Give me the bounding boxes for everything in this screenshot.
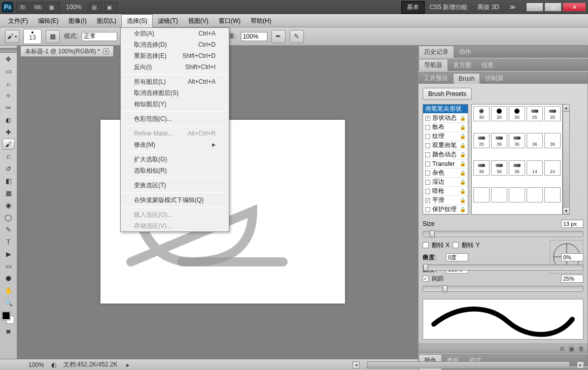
brush-thumbnail[interactable] xyxy=(509,187,525,203)
spacing-slider[interactable] xyxy=(423,286,583,292)
brush-option-item[interactable]: 湿边🔒 xyxy=(423,178,468,187)
spacing-checkbox[interactable]: ✓ xyxy=(423,276,429,282)
brush-option-item[interactable]: 杂色🔒 xyxy=(423,169,468,178)
lasso-tool-icon[interactable]: ⌕ xyxy=(3,78,15,89)
scroll-right-icon[interactable]: ▸ xyxy=(577,361,584,368)
option-checkbox[interactable] xyxy=(425,125,430,130)
spacing-input[interactable] xyxy=(561,275,583,283)
brush-thumbnail[interactable]: 36 xyxy=(473,160,490,176)
close-button[interactable]: ✕ xyxy=(563,3,586,12)
brush-thumbnail[interactable] xyxy=(527,187,543,203)
tab-actions[interactable]: 动作 xyxy=(454,46,476,58)
brush-thumbnail[interactable]: 36 xyxy=(509,133,525,148)
menu-item[interactable]: 扩大选取(G) xyxy=(121,154,229,165)
3d-tool-icon[interactable]: ⬢ xyxy=(3,273,15,284)
brush-option-item[interactable]: 颜色动态🔒 xyxy=(423,150,468,159)
blend-mode-select[interactable] xyxy=(82,32,117,41)
status-info-icon[interactable]: ◐ xyxy=(51,361,56,368)
menu-item[interactable]: 选取相似(R) xyxy=(121,165,229,176)
option-checkbox[interactable]: ✓ xyxy=(425,198,430,203)
brush-option-item[interactable]: Transfer🔒 xyxy=(423,159,468,169)
option-checkbox[interactable] xyxy=(425,143,430,148)
brush-option-item[interactable]: 纹理🔒 xyxy=(423,132,468,141)
menu-file[interactable]: 文件(F) xyxy=(3,15,33,27)
option-checkbox[interactable] xyxy=(425,134,430,139)
menu-help[interactable]: 帮助(H) xyxy=(246,15,276,27)
mini-bridge-icon[interactable]: Mb xyxy=(31,2,45,12)
shape-tool-icon[interactable]: ▭ xyxy=(3,260,15,272)
tablet-pressure-icon[interactable]: ✎ xyxy=(290,30,304,43)
horizontal-scrollbar[interactable] xyxy=(367,361,570,368)
brush-thumbnail[interactable]: 25 xyxy=(527,106,543,121)
menu-filter[interactable]: 滤镜(T) xyxy=(153,15,183,27)
brush-thumbnail[interactable]: 30 xyxy=(491,106,507,121)
arrange-documents-icon[interactable]: ▤▾ xyxy=(89,2,102,12)
brush-option-item[interactable]: 散布🔒 xyxy=(423,123,468,132)
brush-presets-button[interactable]: Brush Presets xyxy=(423,88,472,100)
size-input[interactable] xyxy=(561,220,583,228)
menu-window[interactable]: 窗口(W) xyxy=(214,15,246,27)
hardness-input[interactable] xyxy=(561,253,583,261)
menu-item[interactable]: 变换选区(T) xyxy=(121,180,229,191)
quick-mask-icon[interactable]: ◙ xyxy=(3,325,15,337)
flow-input[interactable] xyxy=(241,32,267,41)
menu-item[interactable]: 所有图层(L)Alt+Ctrl+A xyxy=(121,76,229,87)
brush-thumbnail[interactable]: 14 xyxy=(527,160,543,176)
view-extras-icon[interactable]: ▦▾ xyxy=(47,2,60,12)
brush-thumbnail[interactable] xyxy=(473,187,490,203)
brush-thumbnail[interactable]: 36 xyxy=(544,133,561,148)
spot-healing-tool-icon[interactable]: ✚ xyxy=(3,126,15,138)
brush-thumbnail[interactable]: 36 xyxy=(509,160,525,176)
tab-history[interactable]: 历史记录 xyxy=(419,46,454,58)
zoom-level[interactable]: 100% xyxy=(66,4,82,11)
workspace-cs5-new[interactable]: CS5 新增功能 xyxy=(425,2,473,13)
flip-y-checkbox[interactable] xyxy=(453,242,459,248)
option-checkbox[interactable]: ✓ xyxy=(425,116,430,121)
brush-option-item[interactable]: 喷枪🔒 xyxy=(423,187,468,196)
brush-thumbnail[interactable]: 36 xyxy=(491,160,507,176)
workspace-more-icon[interactable]: ≫ xyxy=(504,2,521,12)
color-swatches[interactable] xyxy=(2,312,15,325)
option-checkbox[interactable] xyxy=(425,207,430,212)
brush-tool-icon[interactable]: 🖌 xyxy=(3,139,15,150)
maximize-button[interactable]: ▣ xyxy=(544,3,562,12)
menu-edit[interactable]: 编辑(E) xyxy=(33,15,63,27)
size-slider[interactable] xyxy=(423,231,583,237)
scrollbar-vertical[interactable]: ▴▾ xyxy=(563,104,570,215)
menu-item[interactable]: 反向(I)Shift+Ctrl+I xyxy=(121,61,229,73)
brush-option-item[interactable]: 双重画笔🔒 xyxy=(423,141,468,150)
menu-image[interactable]: 图像(I) xyxy=(63,15,91,27)
zoom-tool-icon[interactable]: 🔍 xyxy=(3,297,15,308)
close-tab-icon[interactable]: × xyxy=(103,48,109,54)
menu-item[interactable]: 全部(A)Ctrl+A xyxy=(121,28,229,39)
blur-tool-icon[interactable]: ◉ xyxy=(3,199,15,211)
option-checkbox[interactable] xyxy=(425,180,430,185)
brush-thumbnail[interactable]: 30 xyxy=(473,106,490,121)
menu-item[interactable]: 取消选择(D)Ctrl+D xyxy=(121,39,229,50)
menu-item[interactable]: 相似图层(Y) xyxy=(121,98,229,110)
menu-view[interactable]: 视图(V) xyxy=(183,15,214,27)
gradient-tool-icon[interactable]: ▦ xyxy=(3,187,15,198)
tab-tool-presets[interactable]: 工具预设 xyxy=(419,73,453,84)
tab-brush[interactable]: Brush xyxy=(453,73,480,84)
minimize-button[interactable]: — xyxy=(526,3,543,12)
scroll-left-icon[interactable]: ◂ xyxy=(353,361,360,368)
toolbox-grip[interactable] xyxy=(0,48,17,53)
move-tool-icon[interactable]: ✥ xyxy=(3,53,15,64)
brush-thumbnail[interactable]: 25 xyxy=(473,133,490,148)
pen-tool-icon[interactable]: ✎ xyxy=(3,224,15,235)
option-checkbox[interactable] xyxy=(425,152,430,157)
option-checkbox[interactable] xyxy=(425,189,430,194)
magic-wand-tool-icon[interactable]: ✧ xyxy=(3,90,15,101)
angle-input[interactable] xyxy=(446,253,468,261)
toggle-icon[interactable]: ⊘ xyxy=(560,345,565,352)
tab-histogram[interactable]: 直方图 xyxy=(448,59,476,71)
marquee-tool-icon[interactable]: ▭ xyxy=(3,65,15,77)
dodge-tool-icon[interactable]: ◯ xyxy=(3,212,15,223)
tab-clone-source[interactable]: 仿制源 xyxy=(480,73,508,84)
brush-thumbnail[interactable]: 25 xyxy=(544,106,561,121)
option-checkbox[interactable] xyxy=(425,171,430,176)
clone-stamp-tool-icon[interactable]: ⎌ xyxy=(3,151,15,162)
tab-info[interactable]: 信息 xyxy=(476,59,499,71)
new-preset-icon[interactable]: ▣ xyxy=(569,345,574,352)
